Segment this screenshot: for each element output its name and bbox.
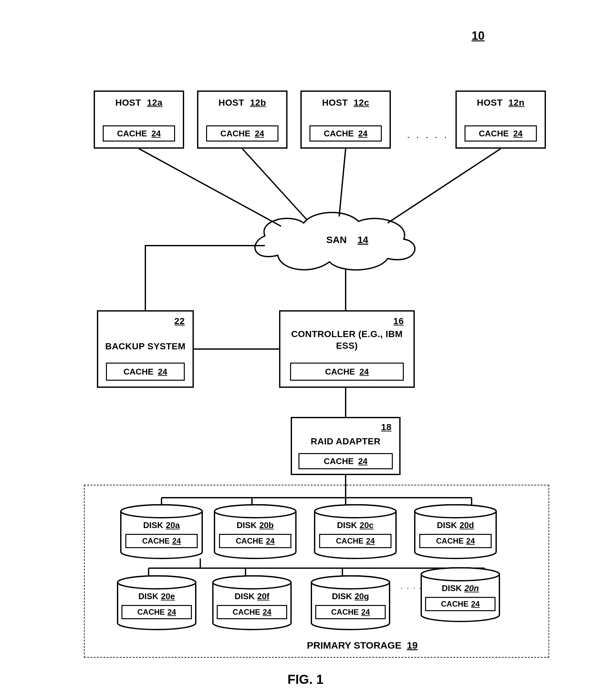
host-12a: HOST 12a CACHE 24 [94,90,184,149]
cache-id: 24 [366,537,375,546]
primary-storage-label: PRIMARY STORAGE 19 [307,640,418,651]
disk-20a-id: 20a [166,520,180,530]
svg-point-28 [118,576,196,589]
host-12b: HOST 12b CACHE 24 [197,90,287,149]
disk-20e-label: DISK [138,591,158,601]
cache-id: 24 [471,600,480,609]
cache-label: CACHE [331,608,359,617]
cache-label: CACHE [479,129,509,139]
cache-id: 24 [167,608,176,617]
cache-label: CACHE [117,129,147,139]
san-cloud-text: SAN 14 [326,234,368,245]
disk-20g-label: DISK [332,591,352,601]
svg-point-32 [311,576,389,589]
cache-id: 24 [358,129,368,139]
svg-point-34 [421,568,499,581]
host-ellipsis: . . . . . [407,129,449,140]
figure-label: FIG. 1 [287,672,323,687]
disk-20f: DISK 20f CACHE 24 [211,575,292,630]
san-id: 14 [358,234,368,245]
controller-box: 16 CONTROLLER (E.G., IBM ESS) CACHE 24 [279,310,415,388]
disk-20f-label: DISK [234,591,255,601]
svg-point-24 [315,505,396,518]
svg-line-2 [339,149,346,216]
host-12n-id: 12n [509,98,525,108]
raid-adapter-box: 18 RAID ADAPTER CACHE 24 [291,417,400,475]
cache-label: CACHE [124,367,153,377]
disk-20a-label: DISK [143,520,163,530]
cache-label: CACHE [142,537,170,546]
cache-id: 24 [466,537,475,546]
disk-20f-id: 20f [257,591,269,601]
cache-label: CACHE [220,129,250,139]
svg-point-26 [415,505,496,518]
raid-id: 18 [381,422,392,432]
controller-line1: CONTROLLER (E.G., IBM [291,329,403,339]
disk-20n-label: DISK [442,583,462,593]
disk-20c: DISK 20c CACHE 24 [313,504,397,559]
cache-id: 24 [360,367,369,377]
host-12a-cache: CACHE 24 [103,125,175,141]
disk-20d-cache: CACHE 24 [419,534,492,548]
disk-20a-cache: CACHE 24 [125,534,198,548]
cache-id: 24 [266,537,274,546]
disk-20b-id: 20b [259,520,274,530]
cache-id: 24 [255,129,264,139]
disk-20g: DISK 20g CACHE 24 [310,575,391,630]
cache-label: CACHE [325,367,355,377]
host-12b-cache: CACHE 24 [206,125,279,141]
disk-20c-cache: CACHE 24 [319,534,392,548]
backup-id: 22 [175,316,185,326]
host-12c-label: HOST [322,98,348,108]
disk-20d-id: 20d [460,520,474,530]
disk-20a: DISK 20a CACHE 24 [119,504,204,559]
host-12n-label: HOST [477,98,503,108]
svg-line-1 [242,149,307,220]
backup-system-box: 22 BACKUP SYSTEM CACHE 24 [97,310,194,388]
cache-label: CACHE [137,608,165,617]
host-12b-id: 12b [250,98,266,108]
host-12b-label: HOST [218,98,244,108]
disk-20f-cache: CACHE 24 [217,605,287,619]
raid-label: RAID ADAPTER [311,436,381,446]
controller-line2: ESS) [336,341,358,351]
disk-20n-id: 20n [464,583,479,593]
cache-id: 24 [358,456,368,466]
disk-20n: DISK 20n CACHE 24 [420,567,501,622]
disk-20n-cache: CACHE 24 [425,597,496,611]
cache-label: CACHE [324,129,354,139]
diagram-canvas: 10 FIG. 1 HOST 12a CACHE 24 HOST 12b CAC… [0,0,616,700]
cache-id: 24 [262,608,271,617]
cache-id: 24 [172,537,181,546]
cache-id: 24 [158,367,167,377]
disk-20e: DISK 20e CACHE 24 [116,575,197,630]
disk-20g-cache: CACHE 24 [315,605,386,619]
disk-20c-label: DISK [337,520,357,530]
backup-label: BACKUP SYSTEM [105,341,186,351]
disk-20b: DISK 20b CACHE 24 [213,504,297,559]
host-12c: HOST 12c CACHE 24 [300,90,391,149]
cache-id: 24 [361,608,370,617]
cache-label: CACHE [336,537,363,546]
host-12c-id: 12c [354,98,369,108]
disk-20d-label: DISK [437,520,457,530]
svg-point-20 [121,505,202,518]
cache-label: CACHE [233,608,260,617]
host-12a-id: 12a [147,98,163,108]
cache-label: CACHE [324,456,354,466]
svg-point-30 [213,576,291,589]
raid-cache: CACHE 24 [298,453,393,469]
disk-20c-id: 20c [360,520,373,530]
cache-label: CACHE [441,600,469,609]
host-12c-cache: CACHE 24 [309,125,382,141]
disk-20e-id: 20e [161,591,175,601]
disk-20d: DISK 20d CACHE 24 [413,504,498,559]
figure-ref-number: 10 [472,29,485,43]
host-12n: HOST 12n CACHE 24 [455,90,546,149]
host-12a-label: HOST [115,98,141,108]
san-label: SAN [326,234,347,245]
disk-20b-label: DISK [237,520,257,530]
disk-20b-cache: CACHE 24 [219,534,291,548]
svg-point-22 [215,505,296,518]
controller-cache: CACHE 24 [290,363,404,381]
